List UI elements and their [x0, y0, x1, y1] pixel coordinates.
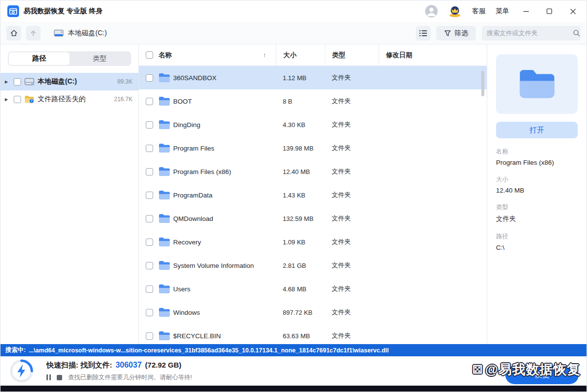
minimize-button[interactable] — [519, 4, 533, 18]
table-row[interactable]: 360SANDBOX 1.12 MB 文件夹 — [139, 66, 487, 89]
tree-item-count: 89.3K — [117, 78, 133, 85]
field-value: C:\ — [496, 244, 578, 251]
home-button[interactable] — [6, 26, 21, 41]
close-button[interactable] — [566, 4, 580, 18]
table-row[interactable]: Users 4.68 MB 文件夹 — [139, 277, 487, 301]
filter-button[interactable]: 筛选 — [436, 26, 476, 41]
disk-icon — [24, 77, 34, 86]
field-label: 类型 — [496, 203, 578, 212]
folder-icon — [158, 307, 173, 317]
menu-link[interactable]: 菜单 — [496, 7, 509, 16]
file-name: Users — [173, 285, 276, 293]
file-type: 文件夹 — [325, 214, 379, 223]
row-checkbox[interactable] — [146, 168, 153, 175]
column-header-name[interactable]: 名称 ↑ — [158, 51, 276, 60]
file-type: 文件夹 — [325, 261, 379, 270]
file-type: 文件夹 — [325, 308, 379, 317]
app-logo-icon — [7, 5, 19, 17]
row-checkbox[interactable] — [146, 215, 153, 222]
table-row[interactable]: Recovery 1.09 KB 文件夹 — [139, 230, 487, 254]
file-name: Recovery — [173, 239, 276, 246]
file-type: 文件夹 — [325, 167, 379, 176]
row-checkbox[interactable] — [146, 74, 153, 82]
row-checkbox[interactable] — [146, 239, 153, 246]
folder-icon — [158, 143, 173, 153]
titlebar: 易我数据恢复 专业版 终身 客服 菜单 — [0, 0, 587, 22]
row-checkbox[interactable] — [146, 121, 153, 129]
tree-item[interactable]: ▶ ? 本地磁盘(C:) 89.3K — [0, 73, 138, 90]
field-label: 名称 — [496, 148, 578, 156]
row-checkbox[interactable] — [146, 285, 153, 293]
table-header: 名称 ↑ 大小 类型 修改日期 — [139, 44, 487, 66]
file-size: 12.40 MB — [276, 168, 325, 175]
tab-type[interactable]: 类型 — [69, 52, 130, 65]
search-box — [482, 26, 581, 41]
support-link[interactable]: 客服 — [472, 7, 486, 16]
view-mode-button[interactable] — [416, 26, 430, 41]
tree-item-checkbox[interactable] — [14, 96, 21, 103]
pause-button[interactable] — [46, 374, 51, 380]
tab-path[interactable]: 路径 — [9, 52, 69, 65]
row-checkbox[interactable] — [146, 309, 153, 316]
file-size: 8 B — [276, 98, 325, 105]
file-name: Windows — [173, 309, 276, 316]
table-row[interactable]: BOOT 8 B 文件夹 — [139, 89, 487, 113]
tree-item-label: 本地磁盘(C:) — [38, 77, 114, 86]
row-checkbox[interactable] — [146, 332, 153, 340]
search-input[interactable] — [487, 29, 573, 37]
file-type: 文件夹 — [325, 191, 379, 199]
breadcrumb-label: 本地磁盘(C:) — [68, 29, 107, 38]
svg-text:?: ? — [31, 99, 33, 102]
open-button[interactable]: 打开 — [496, 122, 578, 138]
table-row[interactable]: Windows 897.72 KB 文件夹 — [139, 301, 487, 324]
status-bar: 搜索中: ...\amd64_microsoft-windows-w...sit… — [0, 344, 587, 356]
expand-caret-icon[interactable]: ▶ — [5, 80, 10, 84]
tree-item-checkbox[interactable] — [14, 78, 21, 86]
preview-thumbnail — [496, 54, 578, 114]
tree-item[interactable]: ▶ ? 文件路径丢失的 216.7K — [0, 90, 138, 108]
field-label: 大小 — [496, 175, 578, 184]
table-row[interactable]: ProgramData 1.43 KB 文件夹 — [139, 183, 487, 207]
table-row[interactable]: Program Files 139.98 MB 文件夹 — [139, 136, 487, 160]
column-header-date[interactable]: 修改日期 — [379, 44, 487, 65]
maximize-button[interactable] — [542, 4, 556, 18]
file-size: 1.12 MB — [276, 74, 325, 82]
status-label: 搜索中: — [5, 346, 26, 354]
folder-icon — [158, 261, 173, 270]
expand-caret-icon[interactable]: ▶ — [5, 97, 10, 102]
up-button[interactable] — [26, 26, 41, 41]
scan-hint: 查找已删除文件需要几分钟时间。请耐心等待! — [68, 373, 192, 382]
row-checkbox[interactable] — [146, 98, 153, 105]
sort-ascending-icon[interactable]: ↑ — [263, 51, 267, 59]
row-checkbox[interactable] — [146, 145, 153, 152]
vip-icon[interactable] — [448, 5, 462, 18]
row-checkbox[interactable] — [146, 192, 153, 199]
row-checkbox[interactable] — [146, 262, 153, 269]
tree-item-count: 216.7K — [114, 96, 133, 103]
table-row[interactable]: DingDing 4.30 KB 文件夹 — [139, 113, 487, 136]
folder-icon — [158, 73, 173, 83]
sidebar: 路径 类型 ▶ ? 本地磁盘(C:) 89.3K ▶ ? 文件路径丢失的 216… — [0, 44, 139, 344]
column-header-type[interactable]: 类型 — [325, 44, 379, 65]
file-size: 2.81 GB — [276, 262, 325, 269]
field-label: 路径 — [496, 233, 578, 241]
file-name: DingDing — [173, 121, 276, 129]
column-header-size[interactable]: 大小 — [276, 44, 325, 65]
table-row[interactable]: QMDownload 132.59 MB 文件夹 — [139, 207, 487, 230]
user-avatar[interactable] — [425, 5, 438, 18]
scrollbar-thumb[interactable] — [481, 71, 484, 96]
table-row[interactable]: $RECYCLE.BIN 63.63 MB 文件夹 — [139, 324, 487, 344]
search-icon[interactable] — [573, 29, 580, 37]
big-folder-icon — [518, 68, 556, 100]
table-row[interactable]: System Volume Information 2.81 GB 文件夹 — [139, 254, 487, 277]
scrollbar[interactable] — [481, 68, 484, 342]
file-type: 文件夹 — [325, 97, 379, 106]
file-type: 文件夹 — [325, 331, 379, 340]
header-checkbox[interactable] — [146, 51, 153, 59]
preview-field: 类型 文件夹 — [496, 203, 578, 223]
table-row[interactable]: Program Files (x86) 12.40 MB 文件夹 — [139, 160, 487, 183]
breadcrumb[interactable]: 本地磁盘(C:) — [53, 28, 107, 39]
field-value: 12.40 MB — [496, 187, 578, 194]
toolbar: 本地磁盘(C:) 筛选 — [0, 22, 587, 44]
stop-button[interactable] — [57, 375, 62, 380]
